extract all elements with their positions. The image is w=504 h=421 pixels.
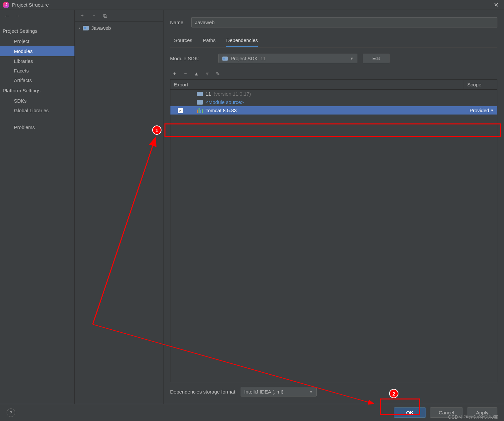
sdk-name: Project SDK <box>231 56 258 61</box>
move-down-icon[interactable]: ▼ <box>205 71 210 76</box>
dep-text: <Module source> <box>206 99 244 105</box>
col-scope: Scope <box>464 80 497 89</box>
sidebar-item-project[interactable]: Project <box>0 36 74 46</box>
help-icon[interactable]: ? <box>7 408 15 417</box>
sdk-edit-button[interactable]: Edit <box>363 54 389 63</box>
nav-back-icon[interactable]: ← <box>4 13 10 20</box>
module-name: Javaweb <box>91 25 111 31</box>
remove-icon[interactable]: － <box>183 70 188 77</box>
sidebar-item-facets[interactable]: Facets <box>0 66 74 75</box>
dep-text: Tomcat 8.5.83 <box>206 108 237 113</box>
module-panel: ＋ － ⧉ › Javaweb <box>75 10 163 404</box>
tab-sources[interactable]: Sources <box>174 35 192 47</box>
apply-button[interactable]: Apply <box>467 407 497 418</box>
sidebar: ← → Project Settings Project Modules Lib… <box>0 10 75 404</box>
sdk-version: 11 <box>260 56 266 61</box>
module-sdk-label: Module SDK: <box>170 56 213 61</box>
dep-suffix: (version 11.0.17) <box>214 91 251 97</box>
window-title: Project Structure <box>12 2 492 8</box>
sidebar-item-global-libraries[interactable]: Global Libraries <box>0 106 74 115</box>
platform-settings-header: Platform Settings <box>0 85 74 96</box>
sidebar-item-sdks[interactable]: SDKs <box>0 96 74 106</box>
chevron-down-icon: ▼ <box>490 109 494 112</box>
cancel-button[interactable]: Cancel <box>430 407 463 418</box>
dep-row-tomcat[interactable]: ✓ Tomcat 8.5.83 Provided ▼ <box>170 106 497 115</box>
nav-forward-icon[interactable]: → <box>15 13 21 20</box>
name-input[interactable] <box>191 17 497 27</box>
module-tree: › Javaweb <box>75 22 163 34</box>
sidebar-item-artifacts[interactable]: Artifacts <box>0 75 74 85</box>
project-settings-header: Project Settings <box>0 25 74 36</box>
chevron-down-icon: ▼ <box>309 390 313 394</box>
move-up-icon[interactable]: ▲ <box>194 71 199 76</box>
edit-icon[interactable]: ✎ <box>216 71 220 77</box>
add-icon[interactable]: ＋ <box>79 12 85 19</box>
dep-row-sdk[interactable]: 11 (version 11.0.17) <box>170 90 497 98</box>
sidebar-item-libraries[interactable]: Libraries <box>0 56 74 66</box>
storage-select[interactable]: IntelliJ IDEA (.iml) ▼ <box>241 387 317 397</box>
remove-icon[interactable]: － <box>91 12 97 19</box>
module-sdk-select[interactable]: Project SDK 11 ▼ <box>218 54 357 63</box>
name-label: Name: <box>170 20 185 25</box>
copy-icon[interactable]: ⧉ <box>103 13 107 19</box>
close-icon[interactable]: ✕ <box>492 1 501 9</box>
checkbox-icon[interactable]: ✓ <box>178 108 183 113</box>
dep-scope: Provided <box>470 108 489 113</box>
tab-dependencies[interactable]: Dependencies <box>226 35 258 47</box>
tabs: Sources Paths Dependencies <box>170 35 497 48</box>
caret-right-icon: › <box>79 26 80 30</box>
sidebar-nav: ← → <box>0 10 74 22</box>
dep-text: 11 <box>206 91 211 97</box>
library-icon <box>197 108 203 113</box>
chevron-down-icon: ▼ <box>350 56 354 61</box>
sidebar-item-problems[interactable]: Problems <box>0 122 74 132</box>
col-export: Export <box>170 80 464 89</box>
config-panel: Name: Sources Paths Dependencies Module … <box>163 10 504 404</box>
storage-value: IntelliJ IDEA (.iml) <box>244 389 283 395</box>
footer: ? OK Cancel Apply <box>0 404 504 421</box>
dep-row-module-source[interactable]: <Module source> <box>170 98 497 106</box>
folder-icon <box>197 100 203 105</box>
tab-paths[interactable]: Paths <box>203 35 215 47</box>
title-bar: IJ Project Structure ✕ <box>0 0 504 10</box>
dep-toolbar: ＋ － ▲ ▼ ✎ <box>170 68 497 79</box>
dep-table: Export Scope 11 (version 11.0.17) <box>170 79 497 382</box>
folder-icon <box>222 56 228 61</box>
module-toolbar: ＋ － ⧉ <box>75 10 163 22</box>
module-tree-item[interactable]: › Javaweb <box>77 24 160 32</box>
ok-button[interactable]: OK <box>394 407 426 418</box>
folder-icon <box>197 92 203 96</box>
folder-icon <box>83 26 89 30</box>
dep-table-header: Export Scope <box>170 80 497 90</box>
intellij-logo-icon: IJ <box>3 2 9 8</box>
sidebar-item-modules[interactable]: Modules <box>0 46 74 56</box>
storage-label: Dependencies storage format: <box>170 389 237 395</box>
add-icon[interactable]: ＋ <box>172 70 177 77</box>
